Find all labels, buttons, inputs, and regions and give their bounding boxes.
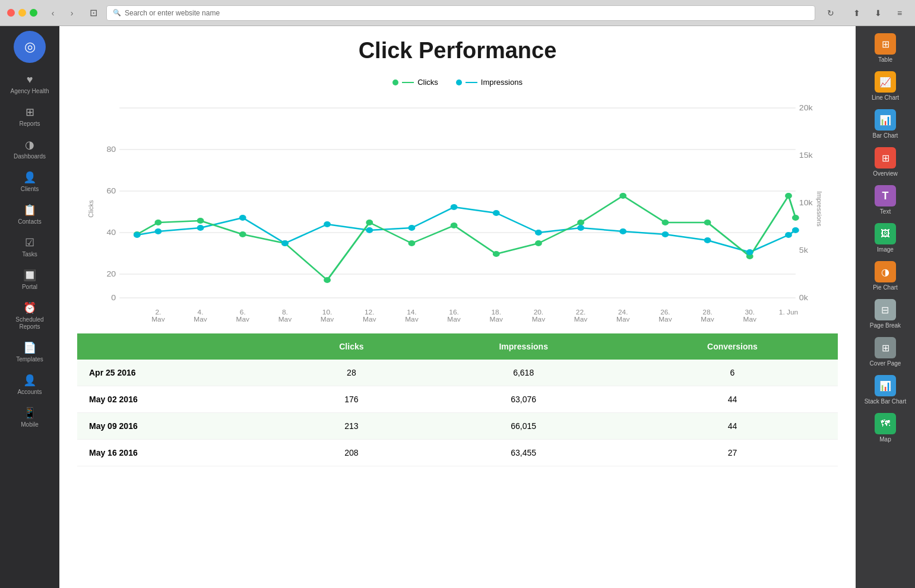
table-row: May 02 2016 176 63,076 44 bbox=[77, 386, 838, 413]
right-panel-image[interactable]: 🖼 Image bbox=[872, 221, 898, 255]
right-panel-stack-bar-chart[interactable]: 📊 Stack Bar Chart bbox=[862, 373, 909, 407]
dashboards-icon: ◑ bbox=[25, 138, 34, 151]
svg-point-62 bbox=[785, 193, 792, 199]
svg-text:10k: 10k bbox=[799, 199, 813, 207]
table-row: May 09 2016 213 66,015 44 bbox=[77, 413, 838, 440]
table-header-date bbox=[77, 333, 283, 360]
table-cell-date: May 16 2016 bbox=[77, 440, 283, 466]
right-panel-text-label: Text bbox=[880, 208, 891, 215]
download-button[interactable]: ⬇ bbox=[870, 6, 886, 20]
more-button[interactable]: ≡ bbox=[891, 6, 908, 20]
svg-text:26.: 26. bbox=[660, 309, 670, 316]
right-panel-page-break-label: Page Break bbox=[870, 322, 901, 329]
table-cell-clicks: 28 bbox=[283, 360, 420, 386]
forward-button[interactable]: › bbox=[64, 6, 80, 20]
maximize-button[interactable] bbox=[30, 9, 37, 17]
svg-text:5k: 5k bbox=[799, 246, 808, 255]
heart-icon: ♥ bbox=[27, 74, 33, 86]
right-panel-map[interactable]: 🗺 Map bbox=[872, 411, 898, 445]
sidebar-item-templates[interactable]: 📄 Templates bbox=[3, 336, 56, 368]
contacts-icon: 📋 bbox=[23, 204, 36, 217]
sidebar-item-contacts[interactable]: 📋 Contacts bbox=[3, 199, 56, 230]
table-icon: ⊞ bbox=[875, 33, 896, 55]
right-panel-bar-chart-label: Bar Chart bbox=[873, 132, 898, 139]
right-panel-overview[interactable]: ⊞ Overview bbox=[870, 145, 900, 179]
map-icon: 🗺 bbox=[875, 413, 896, 434]
svg-point-54 bbox=[451, 223, 458, 228]
right-panel-line-chart[interactable]: 📈 Line Chart bbox=[869, 69, 901, 103]
overview-icon: ⊞ bbox=[875, 147, 896, 169]
sidebar-item-mobile[interactable]: 📱 Mobile bbox=[3, 402, 56, 433]
table-cell-date: May 02 2016 bbox=[77, 386, 283, 413]
right-panel-page-break[interactable]: ⊟ Page Break bbox=[867, 297, 903, 331]
svg-text:8.: 8. bbox=[282, 309, 288, 316]
right-panel-table[interactable]: ⊞ Table bbox=[872, 31, 898, 65]
right-panel-text[interactable]: T Text bbox=[872, 183, 898, 217]
sidebar-item-portal[interactable]: 🔲 Portal bbox=[3, 264, 56, 295]
right-panel-bar-chart[interactable]: 📊 Bar Chart bbox=[870, 107, 901, 141]
svg-text:May: May bbox=[278, 316, 292, 322]
browser-chrome: ‹ › ⊡ 🔍 Search or enter website name ↻ ⬆… bbox=[0, 0, 915, 26]
svg-point-79 bbox=[746, 249, 753, 255]
sidebar-logo[interactable]: ◎ bbox=[14, 31, 46, 63]
sidebar-item-label: Clients bbox=[21, 186, 39, 193]
nav-buttons: ‹ › bbox=[45, 6, 80, 20]
share-button[interactable]: ⬆ bbox=[848, 6, 865, 20]
sidebar-item-dashboards[interactable]: ◑ Dashboards bbox=[3, 134, 56, 165]
data-table: Clicks Impressions Conversions Apr 25 20… bbox=[77, 333, 838, 466]
mobile-icon: 📱 bbox=[23, 406, 36, 419]
sidebar-item-label: Templates bbox=[16, 356, 43, 363]
svg-point-76 bbox=[619, 228, 626, 234]
sidebar-item-accounts[interactable]: 👤 Accounts bbox=[3, 369, 56, 401]
sidebar-item-clients[interactable]: 👤 Clients bbox=[3, 166, 56, 198]
sidebar-item-label: Dashboards bbox=[14, 153, 46, 160]
close-button[interactable] bbox=[7, 9, 15, 17]
scheduled-reports-icon: ⏰ bbox=[23, 301, 36, 314]
svg-point-65 bbox=[154, 228, 162, 234]
chart-legend: Clicks Impressions bbox=[77, 78, 838, 87]
svg-point-59 bbox=[661, 220, 669, 225]
svg-point-81 bbox=[792, 227, 799, 233]
table-cell-impressions: 63,076 bbox=[420, 386, 626, 413]
svg-text:15k: 15k bbox=[799, 151, 813, 160]
reload-button[interactable]: ↻ bbox=[822, 6, 839, 20]
y-axis-right-label: Impressions bbox=[815, 191, 822, 226]
right-panel-stack-bar-chart-label: Stack Bar Chart bbox=[865, 398, 907, 405]
table-cell-impressions: 63,455 bbox=[420, 440, 626, 466]
right-panel-cover-page[interactable]: ⊞ Cover Page bbox=[867, 335, 904, 369]
sidebar: ◎ ♥ Agency Health ⊞ Reports ◑ Dashboards… bbox=[0, 26, 59, 588]
sidebar-item-tasks[interactable]: ☑ Tasks bbox=[3, 231, 56, 263]
back-button[interactable]: ‹ bbox=[45, 6, 61, 20]
svg-text:May: May bbox=[532, 316, 546, 322]
svg-text:18.: 18. bbox=[491, 309, 501, 316]
page-title: Click Performance bbox=[77, 38, 838, 63]
svg-text:12.: 12. bbox=[365, 309, 374, 316]
text-icon: T bbox=[875, 185, 896, 206]
sidebar-item-agency-health[interactable]: ♥ Agency Health bbox=[3, 69, 56, 100]
stack-bar-chart-icon: 📊 bbox=[875, 375, 896, 396]
right-panel-pie-chart[interactable]: ◑ Pie Chart bbox=[870, 259, 900, 293]
svg-point-60 bbox=[704, 220, 711, 225]
clicks-legend-label: Clicks bbox=[417, 78, 438, 87]
svg-point-67 bbox=[239, 215, 246, 221]
legend-impressions: Impressions bbox=[456, 78, 523, 87]
chart-svg: 0 20 40 60 80 0k 5k 10k 15k 20k 2. May 4… bbox=[77, 96, 838, 322]
clients-icon: 👤 bbox=[23, 171, 36, 184]
svg-text:May: May bbox=[743, 316, 757, 322]
sidebar-toggle-button[interactable]: ⊡ bbox=[85, 6, 102, 20]
svg-point-78 bbox=[704, 237, 711, 243]
svg-point-66 bbox=[197, 225, 204, 231]
svg-text:40: 40 bbox=[106, 228, 116, 237]
url-bar[interactable]: 🔍 Search or enter website name bbox=[106, 5, 815, 21]
table-header-row: Clicks Impressions Conversions bbox=[77, 333, 838, 360]
cover-page-icon: ⊞ bbox=[875, 337, 896, 358]
sidebar-item-reports[interactable]: ⊞ Reports bbox=[3, 101, 56, 132]
sidebar-item-scheduled-reports[interactable]: ⏰ Scheduled Reports bbox=[3, 297, 56, 335]
traffic-lights bbox=[7, 9, 37, 17]
minimize-button[interactable] bbox=[18, 9, 26, 17]
svg-text:6.: 6. bbox=[240, 309, 246, 316]
table-header-impressions: Impressions bbox=[420, 333, 626, 360]
table-header-conversions: Conversions bbox=[627, 333, 838, 360]
svg-text:60: 60 bbox=[106, 187, 116, 195]
impressions-legend-line bbox=[466, 82, 477, 83]
